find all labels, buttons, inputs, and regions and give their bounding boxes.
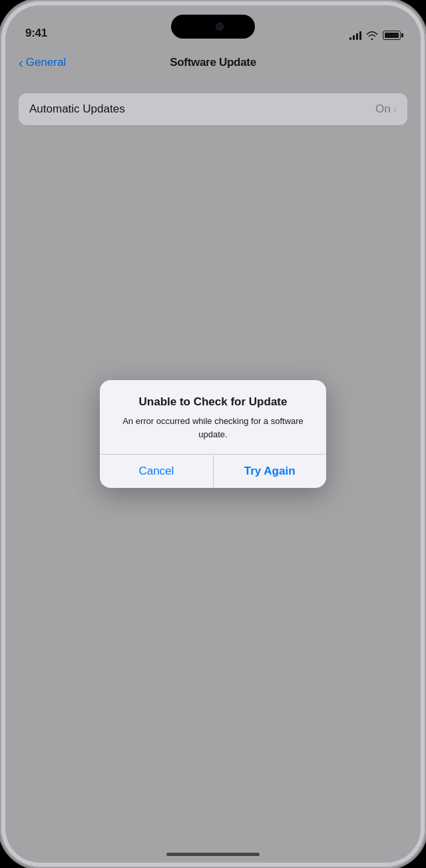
alert-title: Unable to Check for Update (113, 395, 313, 409)
cancel-button[interactable]: Cancel (100, 455, 213, 488)
screen: 9:41 (5, 5, 421, 863)
alert-message: An error occurred while checking for a s… (113, 415, 313, 441)
overlay: Unable to Check for Update An error occu… (5, 5, 421, 863)
alert-content: Unable to Check for Update An error occu… (100, 380, 326, 454)
try-again-button[interactable]: Try Again (213, 455, 326, 488)
alert-buttons: Cancel Try Again (100, 455, 326, 488)
alert-dialog: Unable to Check for Update An error occu… (100, 380, 326, 488)
phone-frame: 9:41 (0, 0, 426, 868)
